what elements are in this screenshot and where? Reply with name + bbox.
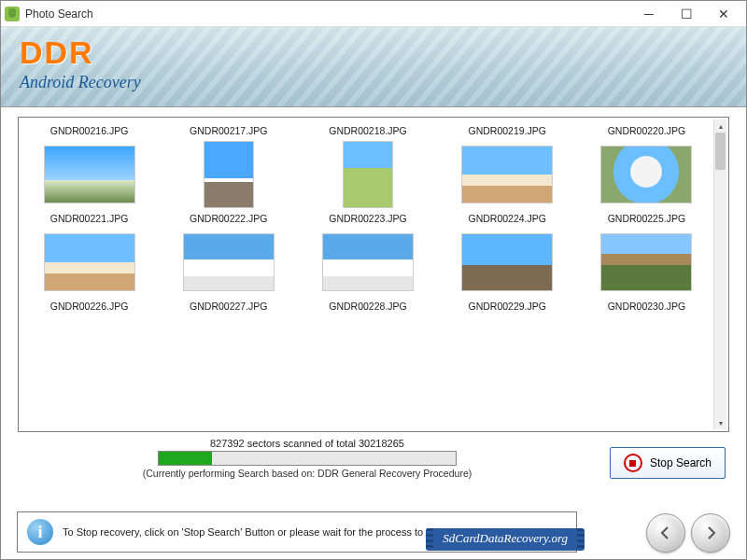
nav-buttons xyxy=(646,513,730,553)
thumbnail[interactable] xyxy=(582,142,712,207)
thumbnail-grid: GNDR00216.JPG GNDR00217.JPG GNDR00218.JP… xyxy=(24,123,712,426)
forward-button[interactable] xyxy=(691,513,730,553)
file-label[interactable]: GNDR00223.JPG xyxy=(303,211,432,226)
thumbnail[interactable] xyxy=(163,142,293,207)
progress-text: 827392 sectors scanned of total 30218265 xyxy=(21,438,593,449)
info-icon: i xyxy=(27,519,53,545)
file-label[interactable]: GNDR00217.JPG xyxy=(163,123,293,138)
thumbnail[interactable] xyxy=(443,142,572,207)
progress-row: 827392 sectors scanned of total 30218265… xyxy=(18,438,729,479)
stop-button-label: Stop Search xyxy=(650,456,712,469)
file-label[interactable]: GNDR00221.JPG xyxy=(24,211,154,226)
vertical-scrollbar[interactable]: ▴ ▾ xyxy=(713,119,726,429)
scrollbar-thumb[interactable] xyxy=(715,133,726,170)
file-label[interactable]: GNDR00225.JPG xyxy=(582,211,712,226)
thumbnail[interactable] xyxy=(163,230,293,295)
close-button[interactable]: ✕ xyxy=(705,1,742,27)
app-icon xyxy=(5,7,20,21)
chevron-left-icon xyxy=(658,525,673,540)
file-label[interactable]: GNDR00226.JPG xyxy=(24,299,154,314)
scroll-up-button[interactable]: ▴ xyxy=(714,119,726,133)
progress-bar xyxy=(158,451,457,466)
content-area: GNDR00216.JPG GNDR00217.JPG GNDR00218.JP… xyxy=(1,107,746,483)
website-badge: SdCardDataRecovery.org xyxy=(430,528,581,551)
window-title: Photo Search xyxy=(25,7,93,21)
file-label[interactable]: GNDR00219.JPG xyxy=(443,123,572,138)
progress-fill xyxy=(159,452,212,465)
minimize-button[interactable]: ─ xyxy=(630,1,668,27)
file-label[interactable]: GNDR00220.JPG xyxy=(582,123,712,138)
thumbnail[interactable] xyxy=(582,230,712,295)
maximize-button[interactable]: ☐ xyxy=(668,1,705,27)
app-header: DDR Android Recovery xyxy=(1,27,746,107)
file-label[interactable]: GNDR00216.JPG xyxy=(24,123,154,138)
app-subtitle: Android Recovery xyxy=(20,73,727,92)
brand-logo: DDR xyxy=(20,35,727,71)
file-label[interactable]: GNDR00230.JPG xyxy=(582,299,712,314)
results-panel: GNDR00216.JPG GNDR00217.JPG GNDR00218.JP… xyxy=(18,117,729,432)
scroll-down-button[interactable]: ▾ xyxy=(714,416,726,429)
back-button[interactable] xyxy=(646,513,685,553)
progress-subtext: (Currently performing Search based on: D… xyxy=(21,468,593,479)
footer: i To Stop recovery, click on 'Stop Searc… xyxy=(17,511,730,553)
thumbnail[interactable] xyxy=(443,230,572,295)
file-label[interactable]: GNDR00224.JPG xyxy=(443,211,572,226)
thumbnail[interactable] xyxy=(303,142,432,207)
stop-search-button[interactable]: Stop Search xyxy=(610,447,726,479)
thumbnail[interactable] xyxy=(24,230,154,295)
file-label[interactable]: GNDR00228.JPG xyxy=(303,299,432,314)
titlebar: Photo Search ─ ☐ ✕ xyxy=(1,1,746,27)
stop-icon xyxy=(624,454,642,472)
file-label[interactable]: GNDR00218.JPG xyxy=(303,123,432,138)
thumbnail[interactable] xyxy=(24,142,154,207)
file-label[interactable]: GNDR00229.JPG xyxy=(443,299,572,314)
file-label[interactable]: GNDR00222.JPG xyxy=(163,211,293,226)
file-label[interactable]: GNDR00227.JPG xyxy=(163,299,293,314)
thumbnail[interactable] xyxy=(303,230,432,295)
progress-block: 827392 sectors scanned of total 30218265… xyxy=(21,438,593,479)
chevron-right-icon xyxy=(703,525,718,540)
